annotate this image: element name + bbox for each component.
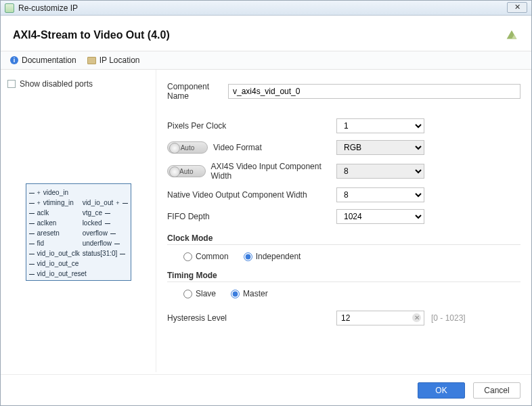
right-pane: Component Name Pixels Per Clock 1 Auto V… — [156, 70, 531, 372]
close-icon: ✕ — [514, 3, 520, 12]
port-out: vtg_ce — [83, 208, 128, 218]
axi4s-input-width-label: AXI4S Video Input Component Width — [211, 162, 336, 181]
axi4s-input-width-select[interactable]: 8 — [336, 164, 424, 179]
video-format-row: Auto Video Format RGB — [167, 140, 520, 155]
port-in: aresetn — [29, 229, 87, 238]
documentation-label: Documentation — [22, 55, 76, 65]
timing-mode-slave-radio[interactable]: Slave — [183, 289, 216, 298]
component-name-label: Component Name — [167, 82, 228, 101]
component-name-row: Component Name — [167, 82, 520, 101]
show-disabled-ports-checkbox[interactable]: Show disabled ports — [7, 79, 149, 89]
port-out: overflow — [83, 229, 128, 238]
hysteresis-label: Hysteresis Level — [167, 313, 336, 323]
clock-mode-common-radio[interactable]: Common — [183, 252, 229, 261]
native-output-width-label: Native Video Output Component Width — [167, 190, 336, 200]
hysteresis-row: Hysteresis Level ✕ [0 - 1023] — [167, 311, 520, 325]
ip-ports-out: vid_io_out+ vtg_ce locked overflow under… — [83, 188, 128, 258]
titlebar: Re-customize IP ✕ — [1, 1, 531, 16]
clock-mode-title: Clock Mode — [167, 233, 520, 243]
close-button[interactable]: ✕ — [507, 2, 527, 13]
port-in: vid_io_out_clk — [29, 249, 87, 258]
app-icon — [5, 3, 14, 13]
port-in: +video_in — [29, 188, 87, 198]
clear-icon[interactable]: ✕ — [412, 313, 421, 322]
hysteresis-input[interactable] — [336, 311, 424, 325]
video-format-label: Video Format — [213, 143, 262, 152]
native-output-width-select[interactable]: 8 — [336, 187, 424, 202]
window-title: Re-customize IP — [18, 3, 78, 13]
ip-location-link[interactable]: IP Location — [87, 55, 140, 65]
pixels-per-clock-label: Pixels Per Clock — [167, 121, 336, 131]
native-output-width-row: Native Video Output Component Width 8 — [167, 187, 520, 202]
checkbox-icon — [7, 80, 16, 88]
pixels-per-clock-row: Pixels Per Clock 1 — [167, 118, 520, 133]
timing-mode-title: Timing Mode — [167, 271, 520, 280]
axi4s-input-width-row: Auto AXI4S Video Input Component Width 8 — [167, 162, 520, 181]
vendor-logo-icon — [504, 28, 519, 43]
body: Show disabled ports +video_in +vtiming_i… — [1, 70, 531, 372]
fifo-depth-select[interactable]: 1024 — [336, 209, 424, 224]
clock-mode-group: Common Independent — [167, 252, 520, 261]
timing-mode-group: Slave Master — [167, 289, 520, 298]
documentation-link[interactable]: i Documentation — [10, 55, 76, 65]
fifo-depth-row: FIFO Depth 1024 — [167, 209, 520, 224]
pixels-per-clock-select[interactable]: 1 — [336, 118, 424, 133]
sub-toolbar: i Documentation IP Location — [1, 51, 531, 70]
port-out: underflow — [83, 239, 128, 248]
component-name-input[interactable] — [228, 84, 520, 99]
port-in: aclken — [29, 219, 87, 228]
ip-location-label: IP Location — [99, 55, 140, 65]
port-out: locked — [83, 219, 128, 228]
show-disabled-ports-label: Show disabled ports — [20, 79, 93, 89]
window: Re-customize IP ✕ AXI4-Stream to Video O… — [0, 0, 532, 406]
timing-mode-master-radio[interactable]: Master — [231, 289, 268, 298]
ip-ports-in: +video_in +vtiming_in aclk aclken areset… — [29, 188, 87, 279]
info-icon: i — [10, 56, 18, 64]
cancel-button[interactable]: Cancel — [473, 382, 520, 399]
port-in: +vtiming_in — [29, 198, 87, 208]
auto-toggle-input-width[interactable]: Auto — [167, 165, 206, 177]
auto-toggle-video-format[interactable]: Auto — [167, 141, 208, 154]
footer: OK Cancel — [1, 374, 531, 405]
divider — [167, 244, 520, 245]
ip-title: AXI4-Stream to Video Out (4.0) — [13, 29, 504, 41]
divider — [167, 281, 520, 282]
left-pane: Show disabled ports +video_in +vtiming_i… — [1, 70, 156, 372]
header: AXI4-Stream to Video Out (4.0) — [1, 16, 531, 51]
fifo-depth-label: FIFO Depth — [167, 212, 336, 221]
ok-button[interactable]: OK — [418, 382, 465, 399]
clock-mode-independent-radio[interactable]: Independent — [244, 252, 301, 261]
ip-block-diagram: +video_in +vtiming_in aclk aclken areset… — [26, 183, 131, 281]
port-out: vid_io_out+ — [83, 198, 128, 208]
port-out: status[31:0] — [83, 249, 128, 258]
port-in: aclk — [29, 208, 87, 218]
port-in: fid — [29, 239, 87, 248]
port-in: vid_io_out_ce — [29, 259, 87, 269]
port-in: vid_io_out_reset — [29, 269, 87, 279]
folder-icon — [87, 57, 96, 64]
video-format-select[interactable]: RGB — [336, 140, 424, 155]
hysteresis-hint: [0 - 1023] — [431, 313, 466, 323]
